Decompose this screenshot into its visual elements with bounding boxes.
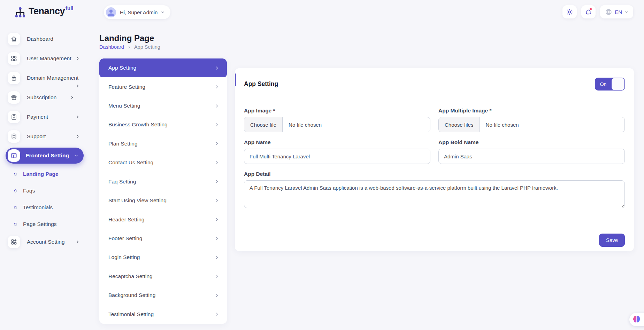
sitemap-logo-icon <box>14 6 26 19</box>
menu-item-contact-us-setting[interactable]: Contact Us Setting <box>99 153 227 172</box>
sidebar-label: Subscription <box>27 94 56 101</box>
app-bold-name-input[interactable] <box>438 149 625 164</box>
menu-item-app-setting[interactable]: App Setting <box>99 58 227 77</box>
app-name-input[interactable] <box>244 149 430 164</box>
chevron-right-icon <box>215 274 219 278</box>
app-setting-panel: App Setting On App Image * Choose file N… <box>235 68 634 251</box>
app-multiple-image-file-input[interactable]: Choose files No file chosen <box>438 117 625 132</box>
sidebar-label: Account Setting <box>27 239 65 245</box>
chevron-right-icon <box>215 236 219 241</box>
sidebar-item-support[interactable]: Support <box>8 128 88 144</box>
app-image-file-input[interactable]: Choose file No file chosen <box>244 117 430 132</box>
sun-icon <box>566 8 573 16</box>
sidebar-item-account-setting[interactable]: Account Setting <box>8 234 88 250</box>
chevron-down-icon <box>624 10 628 14</box>
bullet-icon <box>13 205 18 210</box>
home-icon <box>8 33 20 45</box>
chevron-right-icon <box>76 84 80 88</box>
sidebar: Dashboard User Management Domain Managem… <box>0 25 88 330</box>
menu-label: Footer Setting <box>108 235 142 242</box>
menu-label: Testimonial Setting <box>108 311 154 317</box>
sidebar-item-subscription[interactable]: Subscription <box>8 89 88 105</box>
menu-item-header-setting[interactable]: Header Setting <box>99 210 227 229</box>
accent-bar <box>235 73 236 86</box>
brand-logo[interactable]: Tenancy full <box>14 5 74 19</box>
menu-item-business-growth-setting[interactable]: Business Growth Setting <box>99 115 227 134</box>
notifications-button[interactable] <box>581 5 596 18</box>
app-detail-textarea[interactable]: A Full Tenancy Laravel Admin Saas applic… <box>244 180 625 208</box>
sidebar-subitem-page-settings[interactable]: Page Settings <box>14 216 88 233</box>
menu-item-background-setting[interactable]: Background Setting <box>99 286 227 305</box>
sidebar-label: Domain Management <box>27 75 78 81</box>
chevron-right-icon <box>70 95 74 100</box>
user-greeting: Hi, Super Admin <box>120 9 158 15</box>
toggle-knob <box>612 78 624 90</box>
topbar-actions: EN <box>562 5 633 18</box>
bullet-icon <box>13 222 18 227</box>
menu-item-start-using-view-setting[interactable]: Start Using View Setting <box>99 191 227 210</box>
menu-label: Faq Setting <box>108 179 136 185</box>
sidebar-item-frontend-setting[interactable]: Frontend Setting <box>6 148 84 164</box>
language-code: EN <box>615 9 622 15</box>
lock-icon <box>8 72 20 84</box>
menu-label: Menu Setting <box>108 103 140 109</box>
menu-item-testimonial-setting[interactable]: Testimonial Setting <box>99 305 227 323</box>
bullet-icon <box>13 189 18 193</box>
menu-item-feature-setting[interactable]: Feature Setting <box>99 77 227 96</box>
panel-body: App Image * Choose file No file chosen A… <box>235 100 634 210</box>
app-multiple-image-label: App Multiple Image * <box>438 108 625 114</box>
sidebar-sublabel: Testimonials <box>23 204 53 211</box>
page-title: Landing Page <box>99 33 154 43</box>
breadcrumb-dashboard-link[interactable]: Dashboard <box>99 44 124 50</box>
chevron-right-icon <box>76 134 80 139</box>
avatar <box>106 7 116 17</box>
language-selector[interactable]: EN <box>600 5 633 18</box>
chevron-right-icon <box>215 141 219 146</box>
chevron-right-icon <box>127 45 131 49</box>
save-button[interactable]: Save <box>599 234 625 247</box>
menu-item-menu-setting[interactable]: Menu Setting <box>99 96 227 115</box>
menu-item-plan-setting[interactable]: Plan Setting <box>99 134 227 153</box>
panel-footer: Save <box>235 229 634 251</box>
sidebar-sublabel: Landing Page <box>23 171 59 177</box>
chevron-right-icon <box>215 312 219 316</box>
sidebar-label: User Management <box>27 55 71 62</box>
assistant-widget[interactable] <box>629 313 644 326</box>
database-icon <box>8 130 20 143</box>
chevron-right-icon <box>215 104 219 108</box>
choose-file-button[interactable]: Choose file <box>244 117 283 132</box>
user-menu[interactable]: Hi, Super Admin <box>104 5 170 19</box>
chevron-right-icon <box>215 160 219 165</box>
panel-header: App Setting On <box>235 68 634 100</box>
chevron-right-icon <box>215 293 219 298</box>
choose-files-button[interactable]: Choose files <box>439 117 480 132</box>
menu-item-recaptcha-setting[interactable]: Recaptcha Setting <box>99 267 227 286</box>
sidebar-item-domain-management[interactable]: Domain Management <box>8 70 88 86</box>
menu-item-footer-setting[interactable]: Footer Setting <box>99 229 227 248</box>
sidebar-label: Dashboard <box>27 36 53 42</box>
sidebar-item-user-management[interactable]: User Management <box>8 50 88 66</box>
app-setting-toggle[interactable]: On <box>595 78 625 91</box>
grid-icon <box>8 52 20 65</box>
chevron-down-icon <box>74 154 78 158</box>
sidebar-item-dashboard[interactable]: Dashboard <box>8 31 88 47</box>
menu-label: Business Growth Setting <box>108 121 168 128</box>
menu-item-faq-setting[interactable]: Faq Setting <box>99 172 227 191</box>
menu-item-login-setting[interactable]: Login Setting <box>99 248 227 267</box>
sidebar-subitem-landing-page[interactable]: Landing Page <box>14 166 88 182</box>
sidebar-label: Payment <box>27 114 48 120</box>
breadcrumb-current: App Setting <box>134 44 160 50</box>
app-detail-label: App Detail <box>244 171 625 177</box>
chevron-right-icon <box>215 255 219 260</box>
chevron-right-icon <box>76 115 80 119</box>
brand-superscript: full <box>66 6 74 11</box>
sidebar-subitem-faqs[interactable]: Faqs <box>14 182 88 199</box>
panel-title: App Setting <box>244 80 278 88</box>
chevron-right-icon <box>76 240 80 244</box>
sidebar-subitem-testimonials[interactable]: Testimonials <box>14 199 88 216</box>
menu-label: Plan Setting <box>108 141 138 147</box>
menu-label: Header Setting <box>108 217 144 223</box>
sidebar-item-payment[interactable]: Payment <box>8 109 88 125</box>
theme-toggle-button[interactable] <box>562 5 577 18</box>
chevron-right-icon <box>215 85 219 89</box>
